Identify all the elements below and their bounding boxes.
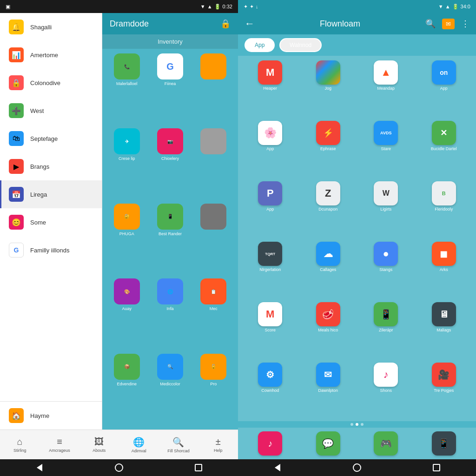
left-content: 🔔 Shagalli 📊 Amertome 🔒 Colonodive ➕ Wes… — [0, 13, 238, 430]
sidebar-item-lirega[interactable]: 📅 Lirega — [0, 180, 102, 208]
colonodive-icon: 🔒 — [9, 75, 24, 90]
app-app-flowers[interactable]: 🌸 App — [243, 119, 298, 177]
app-stangs[interactable]: ● Stangs — [358, 240, 414, 298]
sidebar-item-brangs[interactable]: ▶ Brangs — [0, 152, 102, 180]
nlrgerlation-name: Nlrgerlation — [259, 267, 281, 272]
app-chat[interactable]: 💬 — [301, 430, 356, 457]
lirega-label: Lirega — [30, 191, 47, 198]
dawnlpton-name: Dawnlpton — [318, 388, 338, 393]
bookmark-icon[interactable]: ✉ — [442, 19, 455, 29]
tab-app[interactable]: App — [245, 38, 275, 52]
back-button[interactable] — [34, 462, 45, 473]
app-on[interactable]: on App — [416, 59, 472, 116]
app-item-unknown2[interactable] — [194, 128, 233, 199]
sidebar-item-some[interactable]: 😊 Some — [0, 208, 102, 236]
app-item-auay[interactable]: 🎨 Auay — [107, 278, 146, 350]
app-bucidle[interactable]: ✕ Bucidle Dartel — [416, 119, 472, 177]
adimval-icon: 🌐 — [133, 436, 145, 448]
nav-amcrageus[interactable]: ≡ Amcrageus — [40, 436, 79, 453]
bestrander-icon: 📱 — [157, 204, 183, 230]
nav-help[interactable]: ± Help — [198, 436, 238, 453]
app-dcunapon[interactable]: Z Dcunapon — [301, 179, 356, 237]
app-callages[interactable]: ☁ Callages — [301, 240, 356, 298]
right-header-title: Flownloam — [320, 19, 360, 29]
sidebar-item-septefage[interactable]: 🛍 Septefage — [0, 125, 102, 152]
app-game[interactable]: 🎮 — [358, 430, 414, 457]
app-ligirts[interactable]: W Ligirts — [358, 179, 414, 237]
app-music[interactable]: ♪ — [243, 430, 298, 457]
app-device[interactable]: 📱 — [416, 430, 472, 457]
app-zilerapr[interactable]: 📱 Zilerápr — [358, 300, 414, 358]
lock-icon[interactable]: 🔒 — [220, 19, 231, 29]
app-item-unknown3[interactable] — [194, 204, 233, 275]
app-nlrgerlation[interactable]: TQRT Nlrgerlation — [243, 240, 298, 298]
shons-name: Shons — [380, 388, 392, 393]
app-item-mediccolor[interactable]: 🔍 Mediccolor — [150, 354, 190, 425]
back-icon[interactable]: ← — [245, 18, 255, 30]
fiinea-icon: G — [157, 53, 183, 79]
app-item-bestrander[interactable]: 📱 Best Rander — [150, 204, 190, 275]
nav-fillshorcad[interactable]: 🔍 Fill Shorcad — [159, 436, 198, 453]
tab-walnnod[interactable]: Walnnod — [279, 38, 322, 52]
app-item-mec[interactable]: 📋 Mec — [194, 278, 233, 350]
arks-icon: ◼ — [432, 242, 456, 266]
app-item-unknown1[interactable] — [194, 53, 233, 125]
sidebar-item-west[interactable]: ➕ West — [0, 97, 102, 125]
score-name: Score — [264, 328, 276, 333]
app-item-infa[interactable]: 🌐 Infa — [150, 278, 190, 350]
app-item-edvendine[interactable]: 📦 Edvendine — [107, 354, 146, 425]
malerlalloel-icon: 📞 — [114, 53, 140, 79]
stare-icon: AVDS — [374, 121, 398, 145]
recents-button[interactable] — [193, 462, 204, 473]
sidebar-item-family[interactable]: G Familly iillonds — [0, 236, 102, 264]
app-stare[interactable]: AVDS Stare — [358, 119, 414, 177]
shagalli-icon: 🔔 — [9, 20, 24, 34]
unknown1-icon — [200, 53, 226, 79]
app-item-fiinea[interactable]: G Fiinea — [150, 53, 190, 125]
app-shons[interactable]: ♪ Shons — [358, 361, 414, 418]
app-jog[interactable]: Jog — [301, 59, 356, 116]
search-icon[interactable]: 🔍 — [425, 19, 436, 29]
app-meandap[interactable]: ▲ Meandap — [358, 59, 414, 116]
west-label: West — [30, 107, 44, 114]
sidebar-item-hayme[interactable]: 🏠 Hayme — [0, 402, 102, 430]
sidebar-item-colonodive[interactable]: 🔒 Colonodive — [0, 69, 102, 97]
right-home-button[interactable] — [351, 462, 363, 473]
bluetooth-icon: ✦ — [244, 4, 248, 10]
right-recents-button[interactable] — [431, 462, 442, 473]
mec-icon: 📋 — [200, 278, 226, 304]
bottom-nav: ⌂ Stirling ≡ Amcrageus 🖼 Abouts 🌐 Adimva… — [0, 430, 238, 459]
left-android-nav — [0, 459, 238, 476]
app-maliags[interactable]: 🖥 Maliags — [416, 300, 472, 358]
app-dawnlpton[interactable]: ✉ Dawnlpton — [301, 361, 356, 418]
app-cownhod[interactable]: ⚙ Cownhod — [243, 361, 298, 418]
app-item-phuga[interactable]: 🔐 PHUGA — [107, 204, 146, 275]
sidebar-item-shagalli[interactable]: 🔔 Shagalli — [0, 13, 102, 41]
zilerapr-name: Zilerápr — [379, 328, 393, 333]
app-trepogjes[interactable]: 🎥 Tre Pogjes — [416, 361, 472, 418]
right-back-button[interactable] — [272, 462, 283, 473]
mealshico-icon: 🥩 — [316, 302, 340, 326]
app-mealshico[interactable]: 🥩 Meals hico — [301, 300, 356, 358]
app-score[interactable]: M Score — [243, 300, 298, 358]
septefage-icon: 🛍 — [9, 131, 24, 146]
nav-adimval[interactable]: 🌐 Adimval — [119, 436, 159, 453]
app-item-malerlalloel[interactable]: 📞 Malerlalloel — [107, 53, 146, 125]
app-item-creselip[interactable]: ✈ Crese lip — [107, 128, 146, 199]
nav-abouts[interactable]: 🖼 Abouts — [79, 436, 119, 453]
help-icon: ± — [216, 436, 221, 447]
bottom-row-icons: ♪ 💬 🎮 📱 — [238, 428, 476, 459]
sidebar-item-amertome[interactable]: 📊 Amertome — [0, 41, 102, 69]
app-heaper[interactable]: M Heaper — [243, 59, 298, 116]
app-app-p[interactable]: P App — [243, 179, 298, 237]
app-fleridooly[interactable]: B Fleridooly — [416, 179, 472, 237]
nav-stirling[interactable]: ⌂ Stirling — [0, 436, 40, 453]
more-icon[interactable]: ⋮ — [461, 19, 469, 29]
amertome-label: Amertome — [30, 52, 58, 59]
app-item-chioelery[interactable]: 📷 Chioelery — [150, 128, 190, 199]
app-ephrase[interactable]: ⚡ Ephrase — [301, 119, 356, 177]
home-button[interactable] — [113, 462, 125, 473]
stirling-label: Stirling — [13, 448, 26, 453]
app-arks[interactable]: ◼ Arks — [416, 240, 472, 298]
app-item-pro[interactable]: 🔓 Pro — [194, 354, 233, 425]
